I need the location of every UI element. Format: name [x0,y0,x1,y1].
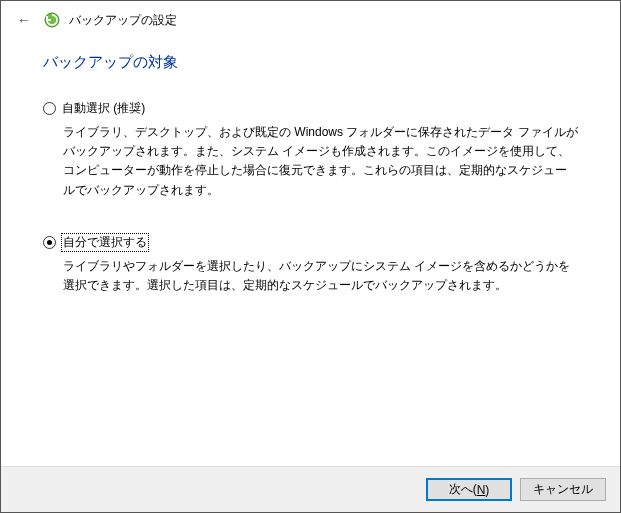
backup-icon [43,11,61,29]
option-manual-desc: ライブラリやフォルダーを選択したり、バックアップにシステム イメージを含めるかど… [63,257,578,295]
radio-manual[interactable] [43,236,56,249]
next-button-prefix: 次へ( [449,481,477,498]
next-button-key: N [477,483,486,497]
page-title: バックアップの対象 [43,53,578,72]
radio-auto[interactable] [43,102,56,115]
window-title: バックアップの設定 [69,12,177,29]
content-area: バックアップの対象 自動選択 (推奨) ライブラリ、デスクトップ、および既定の … [1,39,620,295]
radio-auto-row[interactable]: 自動選択 (推奨) [43,100,578,117]
cancel-button[interactable]: キャンセル [520,478,606,501]
back-arrow-icon[interactable]: ← [13,10,35,30]
option-manual: 自分で選択する ライブラリやフォルダーを選択したり、バックアップにシステム イメ… [43,234,578,295]
radio-manual-row[interactable]: 自分で選択する [43,234,578,251]
footer-bar: 次へ(N) キャンセル [1,466,620,512]
window-header: ← バックアップの設定 [1,1,620,39]
next-button[interactable]: 次へ(N) [426,478,512,501]
next-button-suffix: ) [485,483,489,497]
option-auto-desc: ライブラリ、デスクトップ、および既定の Windows フォルダーに保存されたデ… [63,123,578,200]
option-auto: 自動選択 (推奨) ライブラリ、デスクトップ、および既定の Windows フォ… [43,100,578,200]
radio-manual-label: 自分で選択する [62,234,148,251]
radio-auto-label: 自動選択 (推奨) [62,100,145,117]
